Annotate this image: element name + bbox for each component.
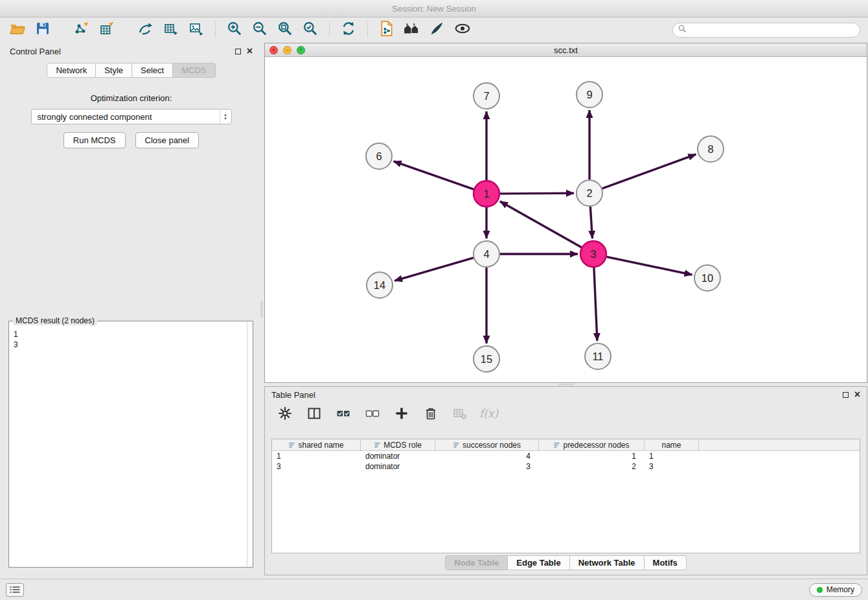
graph-node-8[interactable]: 8 <box>698 136 724 162</box>
sort-icon <box>553 442 560 448</box>
delete-column-icon[interactable] <box>421 404 440 423</box>
refresh-button[interactable] <box>339 20 358 40</box>
svg-text:4: 4 <box>483 248 489 260</box>
search-input[interactable] <box>690 25 854 34</box>
optimization-criterion-select[interactable]: strongly connected component ▲▼ <box>31 109 232 124</box>
graph-node-2[interactable]: 2 <box>577 180 602 206</box>
svg-text:9: 9 <box>586 89 592 100</box>
gear-icon[interactable] <box>275 404 295 423</box>
import-network-button[interactable] <box>72 20 91 40</box>
float-panel-icon[interactable] <box>235 49 241 54</box>
column-header-successor-nodes[interactable]: successor nodes <box>435 439 539 450</box>
tab-node-table[interactable]: Node Table <box>445 555 508 570</box>
graph-edge-3-11[interactable] <box>594 268 597 341</box>
run-mcds-button[interactable]: Run MCDS <box>63 132 126 148</box>
graph-edge-2-3[interactable] <box>590 207 592 238</box>
cell-mcds-role: dominator <box>361 462 435 471</box>
window-title: Session: New Session <box>392 4 475 14</box>
tab-style[interactable]: Style <box>96 63 132 78</box>
split-columns-icon[interactable] <box>304 404 324 423</box>
tab-mcds[interactable]: MCDS <box>173 63 215 78</box>
close-panel-icon[interactable]: × <box>247 48 253 54</box>
network-window-titlebar[interactable]: × – + scc.txt <box>265 43 867 57</box>
refresh-icon <box>340 20 357 40</box>
table-row[interactable]: 3 dominator 3 2 3 <box>272 461 860 472</box>
mcds-result-line: 1 <box>14 329 253 340</box>
network-graph[interactable]: 7968124314101511 <box>265 57 867 382</box>
memory-label: Memory <box>827 585 854 594</box>
graph-edge-1-6[interactable] <box>394 161 474 189</box>
sort-icon <box>453 442 460 448</box>
graph-node-4[interactable]: 4 <box>474 241 499 267</box>
style-paint-icon <box>429 20 446 40</box>
graph-node-9[interactable]: 9 <box>577 82 602 108</box>
close-panel-button[interactable]: Close panel <box>135 132 200 148</box>
close-window-icon[interactable]: × <box>269 46 278 54</box>
tab-motifs[interactable]: Motifs <box>645 555 687 570</box>
tab-network[interactable]: Network <box>47 63 96 78</box>
graph-node-10[interactable]: 10 <box>694 265 720 291</box>
zoom-fit-button[interactable] <box>275 20 295 40</box>
eye-button[interactable] <box>453 20 472 40</box>
home-button[interactable] <box>402 20 422 40</box>
zoom-selected-icon <box>302 20 319 40</box>
column-header-name[interactable]: name <box>645 439 699 450</box>
import-table-button[interactable] <box>97 20 117 40</box>
cell-shared-name: 3 <box>272 462 361 471</box>
graph-node-15[interactable]: 15 <box>474 346 499 372</box>
search-icon <box>678 24 687 36</box>
graph-node-7[interactable]: 7 <box>474 83 499 109</box>
control-panel-title: Control Panel <box>10 47 61 56</box>
graph-node-6[interactable]: 6 <box>366 143 392 169</box>
network-canvas[interactable]: 7968124314101511 <box>265 57 867 382</box>
mcds-result-title: MCDS result (2 nodes) <box>13 316 97 325</box>
zoom-selected-button[interactable] <box>301 20 320 40</box>
graph-edge-1-2[interactable] <box>500 193 574 194</box>
graph-edge-4-14[interactable] <box>394 258 474 281</box>
column-header-predecessor-nodes[interactable]: predecessor nodes <box>539 439 645 450</box>
maximize-window-icon[interactable]: + <box>297 46 305 54</box>
column-header-mcds-role[interactable]: MCDS role <box>361 439 435 450</box>
open-folder-button[interactable] <box>8 20 27 40</box>
zoom-out-button[interactable] <box>250 20 269 40</box>
add-column-icon[interactable] <box>392 404 411 423</box>
svg-text:2: 2 <box>586 187 592 199</box>
open-folder-icon <box>9 20 26 40</box>
new-network-button[interactable] <box>136 20 155 40</box>
control-panel: Control Panel × Network Style Select MCD… <box>3 43 259 575</box>
float-table-panel-icon[interactable] <box>843 392 849 398</box>
tab-network-table[interactable]: Network Table <box>570 555 645 570</box>
cell-mcds-role: dominator <box>361 452 435 461</box>
graph-node-11[interactable]: 11 <box>585 343 611 369</box>
unchecked-boxes-icon[interactable] <box>363 404 382 423</box>
eye-icon <box>453 20 472 40</box>
vertical-splitter[interactable] <box>260 43 264 575</box>
table-row[interactable]: 1 dominator 4 1 1 <box>272 451 860 461</box>
zoom-in-button[interactable] <box>225 20 244 40</box>
graph-node-14[interactable]: 14 <box>367 272 393 298</box>
graph-node-1[interactable]: 1 <box>474 181 499 207</box>
export-table-button[interactable] <box>161 20 181 40</box>
result-scrollbar[interactable] <box>247 321 253 567</box>
document-network-button[interactable] <box>377 20 396 40</box>
tab-select[interactable]: Select <box>132 63 173 78</box>
graph-node-3[interactable]: 3 <box>580 241 606 267</box>
search-field[interactable] <box>672 23 860 38</box>
close-table-panel-icon[interactable]: × <box>854 391 860 398</box>
network-window-title: scc.txt <box>554 45 578 55</box>
graph-edge-2-8[interactable] <box>602 154 696 189</box>
task-history-button[interactable] <box>6 583 24 597</box>
style-paint-button[interactable] <box>428 20 447 40</box>
checked-boxes-icon[interactable] <box>334 404 353 423</box>
export-image-button[interactable] <box>187 20 206 40</box>
minimize-window-icon[interactable]: – <box>283 46 291 54</box>
main-toolbar <box>0 18 868 41</box>
svg-text:6: 6 <box>376 150 382 162</box>
tab-edge-table[interactable]: Edge Table <box>508 555 569 570</box>
column-header-shared-name[interactable]: shared name <box>272 439 361 450</box>
memory-button[interactable]: Memory <box>809 583 862 597</box>
graph-edge-3-1[interactable] <box>500 202 582 248</box>
dropdown-selected-value: strongly connected component <box>38 112 152 122</box>
save-button[interactable] <box>33 20 52 40</box>
graph-edge-3-10[interactable] <box>607 257 692 275</box>
